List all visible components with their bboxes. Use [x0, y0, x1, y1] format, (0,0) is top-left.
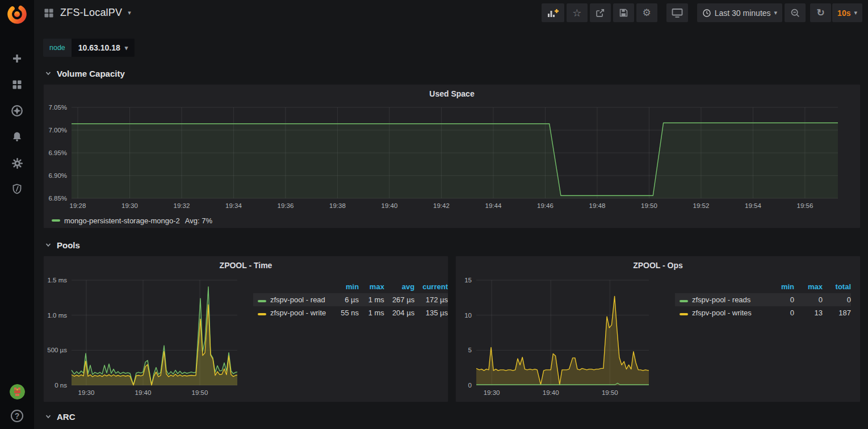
- zpool-ops-chart[interactable]: 19:3019:4019:50151050: [456, 272, 656, 401]
- apps-grid-icon: [43, 7, 54, 19]
- series-color-dash: [258, 313, 266, 315]
- zpool-ops-panel: ZPOOL - Ops 19:3019:4019:50151050 minmax…: [455, 256, 861, 402]
- help-icon[interactable]: ?: [11, 410, 23, 422]
- svg-text:19:42: 19:42: [433, 202, 450, 209]
- monitor-icon: [672, 8, 683, 18]
- svg-text:19:56: 19:56: [797, 202, 814, 209]
- svg-text:500 µs: 500 µs: [47, 347, 67, 353]
- section-pools[interactable]: Pools: [45, 239, 861, 251]
- chevron-down-icon: [45, 241, 52, 248]
- settings-gear-icon: ⚙: [643, 8, 651, 18]
- dashboards-grid-icon[interactable]: [11, 78, 23, 91]
- panel-title[interactable]: ZPOOL - Ops: [456, 256, 860, 272]
- legend-value: 0: [766, 293, 794, 306]
- alerting-bell-icon[interactable]: [11, 131, 23, 143]
- dashboard-title-button[interactable]: ZFS-LocalPV ▾: [43, 7, 131, 19]
- legend-value: 0: [823, 293, 851, 306]
- series-color-dash: [258, 300, 266, 302]
- svg-text:19:52: 19:52: [693, 202, 710, 209]
- server-admin-shield-icon[interactable]: [11, 183, 23, 195]
- caret-down-icon: ▾: [128, 10, 131, 16]
- section-title: Pools: [57, 240, 80, 250]
- add-panel-icon: [547, 8, 559, 18]
- svg-text:10: 10: [464, 312, 472, 319]
- svg-text:0 ns: 0 ns: [54, 382, 67, 389]
- used-space-legend: mongo-persistent-storage-mongo-2 Avg: 7%: [44, 213, 860, 228]
- panel-title[interactable]: Used Space: [44, 85, 860, 101]
- node-variable-dropdown[interactable]: node 10.63.10.18 ▾: [43, 39, 135, 57]
- legend-column-header[interactable]: max: [794, 281, 823, 293]
- settings-button[interactable]: ⚙: [636, 3, 657, 22]
- series-avg-stat: Avg: 7%: [185, 216, 212, 225]
- dashboard-content: node 10.63.10.18 ▾ Volume Capacity Used …: [34, 26, 868, 429]
- section-volume-capacity[interactable]: Volume Capacity: [45, 67, 861, 80]
- legend-value: 55 ns: [332, 306, 359, 319]
- legend-column-header[interactable]: max: [359, 281, 384, 293]
- svg-text:6.85%: 6.85%: [48, 195, 67, 202]
- svg-text:19:34: 19:34: [225, 202, 242, 209]
- section-title: ARC: [57, 412, 76, 422]
- used-space-chart[interactable]: 19:2819:3019:3219:3419:3619:3819:4019:42…: [44, 101, 860, 213]
- legend-series-name[interactable]: zfspv-pool - reads: [675, 293, 766, 306]
- svg-text:0: 0: [468, 382, 472, 389]
- legend-value: 1 ms: [359, 293, 384, 306]
- zpool-time-chart[interactable]: 19:3019:4019:501.5 ms1.0 ms500 µs0 ns: [44, 272, 244, 401]
- legend-value: 6 µs: [332, 293, 359, 306]
- variable-label: node: [43, 39, 72, 57]
- legend-value: 172 µs: [414, 293, 448, 306]
- series-color-dash: [680, 300, 688, 302]
- svg-text:19:30: 19:30: [484, 389, 500, 396]
- chevron-down-icon: [45, 413, 52, 420]
- legend-value: 13: [794, 306, 823, 319]
- legend-row: zfspv-pool - reads000: [675, 293, 851, 306]
- star-icon: ☆: [572, 8, 581, 18]
- svg-text:7.05%: 7.05%: [48, 104, 67, 111]
- sidebar: ?: [0, 0, 34, 429]
- legend-column-header[interactable]: current: [414, 281, 448, 293]
- legend-series-name[interactable]: zfspv-pool - read: [253, 293, 332, 306]
- save-button[interactable]: [613, 3, 634, 22]
- section-arc[interactable]: ARC: [45, 410, 861, 423]
- zpool-ops-legend: minmaxtotalzfspv-pool - reads000zfspv-po…: [656, 272, 860, 402]
- legend-name-column-header: [675, 281, 766, 293]
- clock-icon: [702, 9, 711, 18]
- legend-row: zfspv-pool - read6 µs1 ms267 µs172 µs: [253, 293, 448, 306]
- explore-compass-icon[interactable]: [11, 105, 23, 117]
- legend-column-header[interactable]: total: [823, 281, 851, 293]
- chevron-down-icon: [45, 70, 52, 77]
- plus-icon[interactable]: [11, 52, 23, 65]
- legend-series-name[interactable]: zfspv-pool - writes: [675, 306, 766, 319]
- legend-value: 0: [794, 293, 823, 306]
- series-color-dash: [680, 313, 688, 315]
- share-button[interactable]: [590, 3, 611, 22]
- user-avatar[interactable]: [10, 384, 25, 399]
- svg-text:19:50: 19:50: [602, 389, 618, 396]
- time-picker-button[interactable]: Last 30 minutes ▾: [697, 3, 782, 22]
- zpool-time-legend: minmaxavgcurrentzfspv-pool - read6 µs1 m…: [244, 272, 448, 402]
- svg-text:19:50: 19:50: [192, 389, 208, 396]
- star-button[interactable]: ☆: [567, 3, 588, 22]
- legend-column-header[interactable]: avg: [384, 281, 414, 293]
- legend-column-header[interactable]: min: [766, 281, 794, 293]
- legend-column-header[interactable]: min: [332, 281, 359, 293]
- refresh-button[interactable]: ↻: [810, 3, 831, 22]
- page-title: ZFS-LocalPV: [60, 7, 122, 19]
- zoom-out-button[interactable]: [785, 3, 806, 22]
- refresh-interval-button[interactable]: 10s ▾: [832, 3, 862, 22]
- add-panel-button[interactable]: [542, 3, 564, 22]
- zoom-out-icon: [790, 8, 800, 18]
- legend-series-name[interactable]: zfspv-pool - write: [253, 306, 332, 319]
- refresh-icon: ↻: [816, 8, 824, 18]
- legend-value: 0: [766, 306, 794, 319]
- series-label[interactable]: mongo-persistent-storage-mongo-2: [64, 216, 180, 225]
- grafana-logo[interactable]: [6, 3, 28, 25]
- svg-text:19:40: 19:40: [381, 202, 398, 209]
- svg-text:19:46: 19:46: [537, 202, 553, 209]
- cycle-view-button[interactable]: [666, 3, 688, 22]
- legend-value: 187: [823, 306, 851, 319]
- panel-title[interactable]: ZPOOL - Time: [44, 256, 448, 272]
- configuration-gear-icon[interactable]: [11, 157, 23, 169]
- refresh-interval-label: 10s: [837, 9, 850, 18]
- legend-row: zfspv-pool - writes013187: [675, 306, 851, 319]
- svg-text:5: 5: [468, 347, 472, 353]
